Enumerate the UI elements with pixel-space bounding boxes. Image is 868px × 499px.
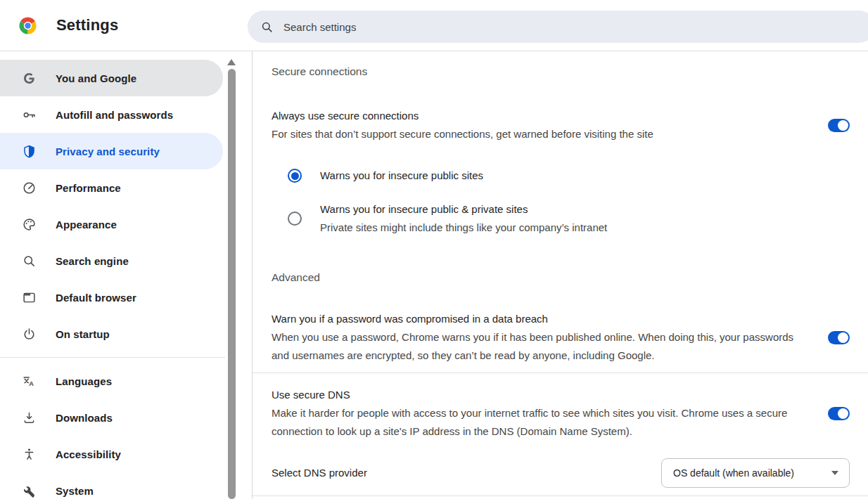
setting-subtitle: Make it harder for people with access to… — [272, 404, 797, 441]
settings-content: Secure connections Always use secure con… — [252, 51, 868, 499]
speedometer-icon — [21, 180, 37, 195]
chevron-down-icon — [831, 471, 838, 475]
sidebar-item-you-and-google[interactable]: You and Google — [0, 60, 223, 96]
setting-title: Always use secure connections — [272, 107, 797, 125]
password-breach-toggle[interactable] — [828, 331, 850, 344]
sidebar-item-label: Default browser — [56, 292, 136, 304]
sidebar-divider — [0, 357, 225, 358]
section-divider — [253, 495, 868, 496]
sidebar-item-label: Privacy and security — [56, 145, 160, 157]
shield-icon — [21, 143, 37, 159]
sidebar-item-label: Search engine — [56, 255, 129, 267]
sidebar-item-default-browser[interactable]: Default browser — [0, 279, 223, 316]
scrollbar-thumb[interactable] — [228, 69, 236, 499]
accessibility-person-icon — [21, 446, 37, 462]
always-use-secure-connections-toggle[interactable] — [828, 119, 850, 132]
section-title-advanced: Advanced — [272, 271, 868, 285]
sidebar-item-label: System — [56, 485, 94, 497]
radio-label: Warns you for insecure public & private … — [320, 200, 607, 219]
radio-warn-public-sites[interactable] — [288, 169, 302, 183]
svg-text:A: A — [29, 380, 34, 387]
section-title-secure-connections: Secure connections — [272, 65, 868, 79]
sidebar-nav: You and Google Autofill and passwords — [0, 51, 252, 499]
chrome-logo-icon — [18, 15, 38, 36]
sidebar-item-label: Languages — [56, 375, 112, 387]
sidebar-item-privacy-and-security[interactable]: Privacy and security — [0, 133, 223, 169]
power-icon — [21, 326, 37, 342]
row-password-breach-warning: Warn you if a password was compromised i… — [272, 310, 868, 365]
wrench-icon — [21, 483, 37, 498]
setting-title: Select DNS provider — [272, 464, 367, 482]
row-always-use-secure-connections: Always use secure connections For sites … — [272, 107, 868, 143]
dns-provider-select[interactable]: OS default (when available) — [661, 458, 850, 488]
radio-text: Warns you for insecure public sites — [320, 167, 483, 185]
row-text: Use secure DNS Make it harder for people… — [272, 386, 797, 441]
row-select-dns-provider: Select DNS provider OS default (when ava… — [272, 458, 868, 488]
key-icon — [21, 107, 37, 122]
row-text: Warn you if a password was compromised i… — [272, 310, 797, 365]
header: Settings — [0, 0, 868, 51]
search-icon — [260, 20, 274, 34]
radio-warn-public-private-sites[interactable] — [288, 212, 302, 226]
row-text: Always use secure connections For sites … — [272, 107, 797, 143]
section-divider — [253, 372, 868, 373]
setting-subtitle: For sites that don’t support secure conn… — [272, 125, 797, 143]
sidebar-item-autofill[interactable]: Autofill and passwords — [0, 96, 223, 133]
chrome-settings-window: Settings You and Google Autofill an — [0, 0, 868, 499]
sidebar-item-label: On startup — [56, 328, 110, 340]
browser-window-icon — [21, 290, 37, 305]
page-title: Settings — [56, 16, 118, 34]
sidebar-item-label: Autofill and passwords — [56, 109, 173, 121]
search-bar[interactable] — [248, 11, 868, 43]
sidebar-item-system[interactable]: System — [0, 472, 223, 499]
radio-text: Warns you for insecure public & private … — [320, 200, 607, 237]
setting-title: Use secure DNS — [272, 386, 797, 404]
sidebar-scrollbar — [226, 59, 236, 499]
download-icon — [21, 410, 37, 425]
palette-icon — [21, 216, 37, 232]
radio-sublabel: Private sites might include things like … — [320, 219, 607, 237]
radio-row-insecure-public: Warns you for insecure public sites — [288, 167, 868, 185]
sidebar-item-performance[interactable]: Performance — [0, 169, 223, 206]
sidebar-item-label: Accessibility — [56, 448, 121, 460]
sidebar-item-on-startup[interactable]: On startup — [0, 316, 223, 352]
sidebar-item-label: Downloads — [56, 412, 113, 424]
sidebar-item-appearance[interactable]: Appearance — [0, 206, 223, 242]
radio-row-insecure-public-private: Warns you for insecure public & private … — [288, 200, 868, 237]
row-use-secure-dns: Use secure DNS Make it harder for people… — [272, 386, 868, 441]
translate-icon: A — [21, 373, 37, 389]
sidebar-item-downloads[interactable]: Downloads — [0, 399, 223, 436]
sidebar-item-label: Appearance — [56, 219, 117, 231]
radio-label: Warns you for insecure public sites — [320, 167, 483, 185]
use-secure-dns-toggle[interactable] — [828, 407, 850, 420]
google-g-icon — [21, 70, 37, 86]
sidebar-item-accessibility[interactable]: Accessibility — [0, 436, 223, 472]
sidebar-item-languages[interactable]: A Languages — [0, 363, 223, 399]
sidebar-item-label: You and Google — [56, 72, 136, 84]
magnifier-icon — [21, 253, 37, 268]
setting-title: Warn you if a password was compromised i… — [272, 310, 797, 328]
sidebar-item-label: Performance — [56, 182, 121, 194]
dns-provider-selected-value: OS default (when available) — [673, 467, 794, 479]
setting-subtitle: When you use a password, Chrome warns yo… — [272, 328, 797, 365]
scrollbar-up-arrow-icon[interactable] — [227, 59, 236, 65]
sidebar-item-search-engine[interactable]: Search engine — [0, 242, 223, 279]
search-input[interactable] — [282, 20, 566, 34]
